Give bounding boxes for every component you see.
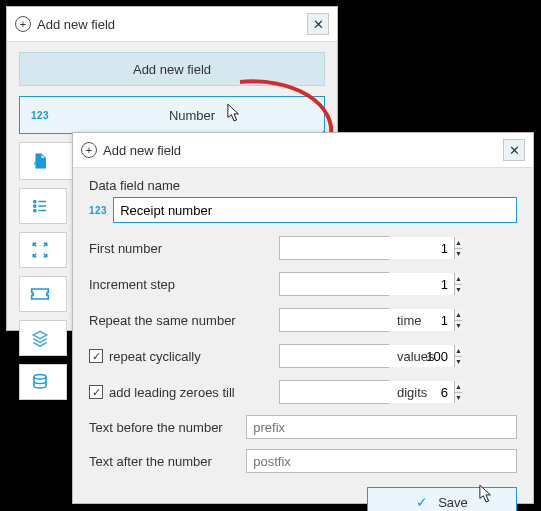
spin-up-icon[interactable]: ▲: [455, 309, 462, 321]
back-title: Add new field: [31, 17, 307, 32]
save-label: Save: [438, 495, 468, 510]
repeat-label: Repeat the same number: [89, 313, 279, 328]
close-icon[interactable]: ✕: [503, 139, 525, 161]
spin-up-icon[interactable]: ▲: [455, 237, 462, 249]
after-label: Text after the number: [89, 454, 246, 469]
add-new-field-button[interactable]: Add new field: [19, 52, 325, 86]
front-header: Add new field ✕: [73, 133, 533, 168]
spin-down-icon[interactable]: ▼: [455, 357, 462, 368]
list-icon: [20, 197, 60, 215]
first-number-input[interactable]: ▲▼: [279, 236, 389, 260]
leading-unit: digits: [397, 385, 427, 400]
name-input[interactable]: [113, 197, 517, 223]
spin-up-icon[interactable]: ▲: [455, 345, 462, 357]
prefix-input[interactable]: [246, 415, 517, 439]
leading-checkbox[interactable]: [89, 385, 103, 399]
layers-icon: [20, 329, 60, 347]
repeat-value[interactable]: [280, 309, 454, 331]
cyclic-label: repeat cyclically: [109, 349, 201, 364]
cyclic-checkbox[interactable]: [89, 349, 103, 363]
spin-up-icon[interactable]: ▲: [455, 273, 462, 285]
svg-point-7: [34, 375, 46, 380]
type-database[interactable]: [19, 364, 67, 400]
database-icon: [20, 373, 60, 391]
type-shuffle[interactable]: [19, 232, 67, 268]
leading-input[interactable]: ▲▼: [279, 380, 389, 404]
increment-label: Increment step: [89, 277, 279, 292]
first-number-value[interactable]: [280, 237, 454, 259]
spin-up-icon[interactable]: ▲: [455, 381, 462, 393]
first-number-label: First number: [89, 241, 279, 256]
type-list[interactable]: [19, 188, 67, 224]
number-icon: 123: [20, 110, 60, 121]
type-ticket[interactable]: [19, 276, 67, 312]
name-label: Data field name: [89, 178, 517, 193]
front-dialog: Add new field ✕ Data field name 123 Firs…: [72, 132, 534, 504]
front-title: Add new field: [97, 143, 503, 158]
type-number-label: Number: [60, 108, 324, 123]
cyclic-unit: values: [397, 349, 435, 364]
postfix-input[interactable]: [246, 449, 517, 473]
save-button[interactable]: ✓ Save: [367, 487, 517, 511]
spin-down-icon[interactable]: ▼: [455, 285, 462, 296]
increment-value[interactable]: [280, 273, 454, 295]
check-icon: ✓: [416, 494, 428, 510]
increment-input[interactable]: ▲▼: [279, 272, 389, 296]
cyclic-input[interactable]: ▲▼: [279, 344, 389, 368]
spin-down-icon[interactable]: ▼: [455, 321, 462, 332]
arrows-icon: [20, 241, 60, 259]
plus-icon: [15, 16, 31, 32]
repeat-unit: time: [397, 313, 422, 328]
type-number[interactable]: 123 Number: [19, 96, 325, 134]
svg-point-1: [34, 200, 36, 202]
plus-icon: [81, 142, 97, 158]
back-header: Add new field ✕: [7, 7, 337, 42]
number-icon: 123: [89, 205, 107, 216]
csv-icon: csv: [20, 152, 60, 170]
svg-point-5: [34, 209, 36, 211]
leading-label: add leading zeroes till: [109, 385, 235, 400]
svg-point-3: [34, 205, 36, 207]
close-icon[interactable]: ✕: [307, 13, 329, 35]
before-label: Text before the number: [89, 420, 246, 435]
spin-down-icon[interactable]: ▼: [455, 393, 462, 404]
type-layers[interactable]: [19, 320, 67, 356]
ticket-icon: [20, 286, 60, 302]
svg-text:csv: csv: [34, 160, 43, 166]
leading-value[interactable]: [280, 381, 454, 403]
spin-down-icon[interactable]: ▼: [455, 249, 462, 260]
repeat-input[interactable]: ▲▼: [279, 308, 389, 332]
